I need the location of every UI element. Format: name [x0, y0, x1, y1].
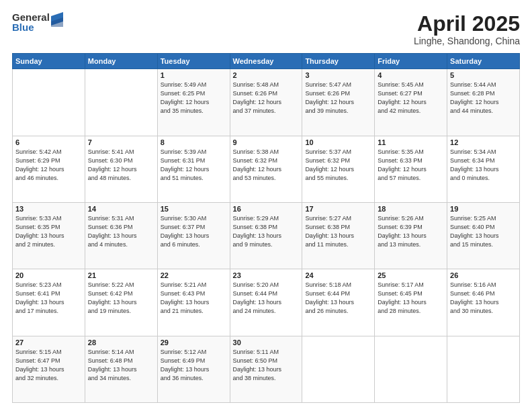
day-number: 16 — [233, 205, 300, 213]
day-cell: 4Sunrise: 5:45 AM Sunset: 6:27 PM Daylig… — [375, 69, 447, 136]
day-info: Sunrise: 5:15 AM Sunset: 6:47 PM Dayligh… — [15, 348, 82, 383]
day-cell: 24Sunrise: 5:18 AM Sunset: 6:44 PM Dayli… — [302, 269, 375, 336]
day-cell: 19Sunrise: 5:25 AM Sunset: 6:40 PM Dayli… — [447, 202, 520, 269]
day-cell: 28Sunrise: 5:14 AM Sunset: 6:48 PM Dayli… — [85, 336, 157, 402]
day-cell: 3Sunrise: 5:47 AM Sunset: 6:26 PM Daylig… — [302, 69, 375, 136]
day-cell: 16Sunrise: 5:29 AM Sunset: 6:38 PM Dayli… — [230, 202, 302, 269]
day-cell: 8Sunrise: 5:39 AM Sunset: 6:31 PM Daylig… — [157, 136, 230, 202]
day-number: 3 — [305, 71, 371, 79]
logo-general: General — [12, 12, 50, 22]
day-cell: 7Sunrise: 5:41 AM Sunset: 6:30 PM Daylig… — [85, 136, 157, 202]
day-number: 5 — [450, 71, 517, 79]
day-number: 29 — [161, 338, 227, 347]
day-info: Sunrise: 5:37 AM Sunset: 6:32 PM Dayligh… — [305, 148, 371, 183]
day-info: Sunrise: 5:39 AM Sunset: 6:31 PM Dayligh… — [161, 148, 227, 183]
day-number: 22 — [161, 271, 227, 279]
logo-icon — [51, 12, 63, 27]
day-info: Sunrise: 5:26 AM Sunset: 6:39 PM Dayligh… — [378, 214, 444, 249]
day-number: 9 — [233, 138, 300, 146]
day-number: 30 — [233, 338, 300, 347]
day-cell — [302, 336, 375, 402]
day-cell — [375, 336, 447, 402]
week-row-3: 13Sunrise: 5:33 AM Sunset: 6:35 PM Dayli… — [13, 202, 520, 269]
day-cell: 2Sunrise: 5:48 AM Sunset: 6:26 PM Daylig… — [230, 69, 302, 136]
day-info: Sunrise: 5:22 AM Sunset: 6:42 PM Dayligh… — [88, 281, 154, 316]
day-cell: 23Sunrise: 5:20 AM Sunset: 6:44 PM Dayli… — [230, 269, 302, 336]
day-info: Sunrise: 5:11 AM Sunset: 6:50 PM Dayligh… — [233, 348, 300, 383]
day-info: Sunrise: 5:44 AM Sunset: 6:28 PM Dayligh… — [450, 81, 517, 116]
header-cell-tuesday: Tuesday — [157, 54, 230, 69]
day-info: Sunrise: 5:17 AM Sunset: 6:45 PM Dayligh… — [378, 281, 444, 316]
header-cell-thursday: Thursday — [302, 54, 375, 69]
day-number: 2 — [233, 71, 300, 79]
day-cell: 5Sunrise: 5:44 AM Sunset: 6:28 PM Daylig… — [447, 69, 520, 136]
day-number: 10 — [305, 138, 371, 146]
day-number: 28 — [88, 338, 154, 347]
day-number: 23 — [233, 271, 300, 279]
day-cell: 30Sunrise: 5:11 AM Sunset: 6:50 PM Dayli… — [230, 336, 302, 402]
day-cell — [447, 336, 520, 402]
logo: General Blue — [12, 12, 63, 32]
day-number: 7 — [88, 138, 154, 146]
day-number: 20 — [15, 271, 82, 279]
day-cell: 27Sunrise: 5:15 AM Sunset: 6:47 PM Dayli… — [13, 336, 85, 402]
day-info: Sunrise: 5:34 AM Sunset: 6:34 PM Dayligh… — [450, 148, 517, 183]
day-cell: 29Sunrise: 5:12 AM Sunset: 6:49 PM Dayli… — [157, 336, 230, 402]
calendar-title: April 2025 — [414, 12, 520, 36]
day-info: Sunrise: 5:31 AM Sunset: 6:36 PM Dayligh… — [88, 214, 154, 249]
day-cell: 10Sunrise: 5:37 AM Sunset: 6:32 PM Dayli… — [302, 136, 375, 202]
day-info: Sunrise: 5:23 AM Sunset: 6:41 PM Dayligh… — [15, 281, 82, 316]
day-cell: 11Sunrise: 5:35 AM Sunset: 6:33 PM Dayli… — [375, 136, 447, 202]
header-cell-sunday: Sunday — [13, 54, 85, 69]
day-cell: 1Sunrise: 5:49 AM Sunset: 6:25 PM Daylig… — [157, 69, 230, 136]
calendar-header: SundayMondayTuesdayWednesdayThursdayFrid… — [13, 54, 520, 69]
day-info: Sunrise: 5:18 AM Sunset: 6:44 PM Dayligh… — [305, 281, 371, 316]
day-number: 21 — [88, 271, 154, 279]
header-row: SundayMondayTuesdayWednesdayThursdayFrid… — [13, 54, 520, 69]
day-info: Sunrise: 5:33 AM Sunset: 6:35 PM Dayligh… — [15, 214, 82, 249]
day-info: Sunrise: 5:29 AM Sunset: 6:38 PM Dayligh… — [233, 214, 300, 249]
title-block: April 2025 Linghe, Shandong, China — [414, 12, 520, 46]
header-cell-monday: Monday — [85, 54, 157, 69]
day-number: 17 — [305, 205, 371, 213]
day-number: 24 — [305, 271, 371, 279]
week-row-5: 27Sunrise: 5:15 AM Sunset: 6:47 PM Dayli… — [13, 336, 520, 402]
day-info: Sunrise: 5:41 AM Sunset: 6:30 PM Dayligh… — [88, 148, 154, 183]
day-cell: 6Sunrise: 5:42 AM Sunset: 6:29 PM Daylig… — [13, 136, 85, 202]
header: General Blue April 2025 Linghe, Shandong… — [12, 12, 520, 46]
calendar-table: SundayMondayTuesdayWednesdayThursdayFrid… — [12, 53, 520, 403]
day-cell: 9Sunrise: 5:38 AM Sunset: 6:32 PM Daylig… — [230, 136, 302, 202]
day-cell: 14Sunrise: 5:31 AM Sunset: 6:36 PM Dayli… — [85, 202, 157, 269]
page: General Blue April 2025 Linghe, Shandong… — [0, 0, 532, 411]
day-info: Sunrise: 5:38 AM Sunset: 6:32 PM Dayligh… — [233, 148, 300, 183]
logo-blue: Blue — [12, 22, 50, 32]
day-info: Sunrise: 5:30 AM Sunset: 6:37 PM Dayligh… — [161, 214, 227, 249]
header-cell-saturday: Saturday — [447, 54, 520, 69]
day-cell: 20Sunrise: 5:23 AM Sunset: 6:41 PM Dayli… — [13, 269, 85, 336]
day-info: Sunrise: 5:48 AM Sunset: 6:26 PM Dayligh… — [233, 81, 300, 116]
day-cell: 17Sunrise: 5:27 AM Sunset: 6:38 PM Dayli… — [302, 202, 375, 269]
day-number: 8 — [161, 138, 227, 146]
day-number: 6 — [15, 138, 82, 146]
day-number: 14 — [88, 205, 154, 213]
day-info: Sunrise: 5:47 AM Sunset: 6:26 PM Dayligh… — [305, 81, 371, 116]
day-info: Sunrise: 5:35 AM Sunset: 6:33 PM Dayligh… — [378, 148, 444, 183]
day-cell: 26Sunrise: 5:16 AM Sunset: 6:46 PM Dayli… — [447, 269, 520, 336]
day-cell — [85, 69, 157, 136]
day-number: 25 — [378, 271, 444, 279]
week-row-2: 6Sunrise: 5:42 AM Sunset: 6:29 PM Daylig… — [13, 136, 520, 202]
day-number: 12 — [450, 138, 517, 146]
day-cell: 25Sunrise: 5:17 AM Sunset: 6:45 PM Dayli… — [375, 269, 447, 336]
calendar-body: 1Sunrise: 5:49 AM Sunset: 6:25 PM Daylig… — [13, 69, 520, 403]
day-number: 13 — [15, 205, 82, 213]
week-row-1: 1Sunrise: 5:49 AM Sunset: 6:25 PM Daylig… — [13, 69, 520, 136]
header-cell-wednesday: Wednesday — [230, 54, 302, 69]
day-number: 1 — [161, 71, 227, 79]
day-cell: 13Sunrise: 5:33 AM Sunset: 6:35 PM Dayli… — [13, 202, 85, 269]
day-cell: 15Sunrise: 5:30 AM Sunset: 6:37 PM Dayli… — [157, 202, 230, 269]
day-number: 18 — [378, 205, 444, 213]
header-cell-friday: Friday — [375, 54, 447, 69]
day-number: 19 — [450, 205, 517, 213]
logo-text: General Blue — [12, 12, 50, 32]
day-cell: 18Sunrise: 5:26 AM Sunset: 6:39 PM Dayli… — [375, 202, 447, 269]
